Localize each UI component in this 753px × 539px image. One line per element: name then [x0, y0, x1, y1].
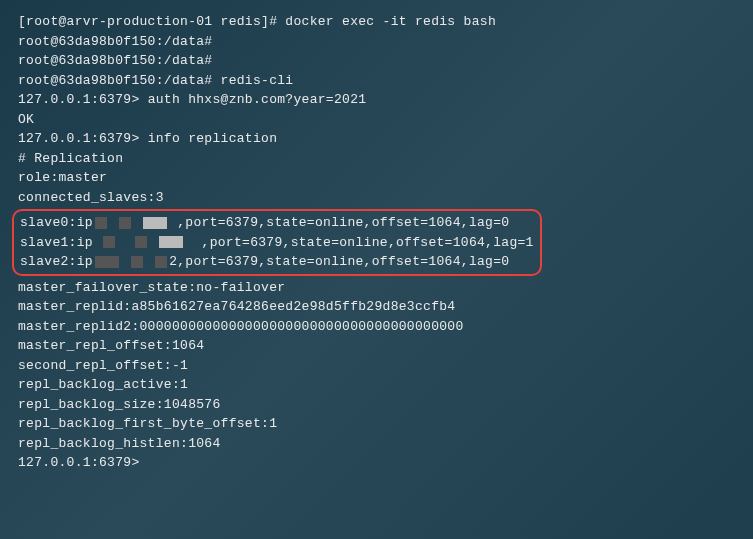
shell-line: root@63da98b0f150:/data# redis-cli [18, 71, 735, 91]
redis-output: repl_backlog_histlen:1064 [18, 434, 735, 454]
redacted-ip [131, 256, 143, 268]
shell-prompt: [root@arvr-production-01 redis]# [18, 14, 285, 29]
container-prompt: root@63da98b0f150:/data# [18, 73, 221, 88]
slave-suffix: ,port=6379,state=online,offset=1064,lag=… [177, 254, 509, 269]
redis-output: # Replication [18, 149, 735, 169]
shell-command: redis-cli [221, 73, 294, 88]
slave-line: slave0:ip ,port=6379,state=online,offset… [20, 213, 534, 233]
redis-output: master_replid2:0000000000000000000000000… [18, 317, 735, 337]
redacted-ip [135, 236, 147, 248]
slave-line: slave2:ip 2,port=6379,state=online,offse… [20, 252, 534, 272]
slave-prefix: slave2:ip [20, 254, 93, 269]
redacted-ip [143, 217, 167, 229]
slave-suffix: ,port=6379,state=online,offset=1064,lag=… [202, 235, 534, 250]
slave-prefix: slave1:ip [20, 235, 93, 250]
redis-command: auth hhxs@znb.com?year=2021 [148, 92, 367, 107]
redacted-ip [155, 256, 167, 268]
redis-prompt[interactable]: 127.0.0.1:6379> [18, 453, 735, 473]
redis-output: OK [18, 110, 735, 130]
redis-prompt: 127.0.0.1:6379> [18, 131, 148, 146]
redis-command: info replication [148, 131, 278, 146]
shell-line: [root@arvr-production-01 redis]# docker … [18, 12, 735, 32]
redacted-ip [159, 236, 183, 248]
slave-prefix: slave0:ip [20, 215, 93, 230]
slaves-highlight-box: slave0:ip ,port=6379,state=online,offset… [12, 209, 542, 276]
container-prompt: root@63da98b0f150:/data# [18, 51, 735, 71]
terminal-output: [root@arvr-production-01 redis]# docker … [18, 12, 735, 473]
redacted-ip [119, 217, 131, 229]
slave-suffix: ,port=6379,state=online,offset=1064,lag=… [177, 215, 509, 230]
redis-output: master_repl_offset:1064 [18, 336, 735, 356]
redacted-ip [95, 217, 107, 229]
redis-output: repl_backlog_size:1048576 [18, 395, 735, 415]
redis-output: second_repl_offset:-1 [18, 356, 735, 376]
redis-line: 127.0.0.1:6379> auth hhxs@znb.com?year=2… [18, 90, 735, 110]
redis-output: connected_slaves:3 [18, 188, 735, 208]
redis-output: master_replid:a85b61627ea764286eed2e98d5… [18, 297, 735, 317]
redis-prompt: 127.0.0.1:6379> [18, 92, 148, 107]
redis-output: repl_backlog_active:1 [18, 375, 735, 395]
shell-command: docker exec -it redis bash [285, 14, 496, 29]
redis-output: repl_backlog_first_byte_offset:1 [18, 414, 735, 434]
slave-line: slave1:ip ,port=6379,state=online,offset… [20, 233, 534, 253]
redacted-ip [103, 236, 115, 248]
redis-output: master_failover_state:no-failover [18, 278, 735, 298]
redis-output: role:master [18, 168, 735, 188]
redacted-ip [95, 256, 119, 268]
redis-line: 127.0.0.1:6379> info replication [18, 129, 735, 149]
container-prompt: root@63da98b0f150:/data# [18, 32, 735, 52]
